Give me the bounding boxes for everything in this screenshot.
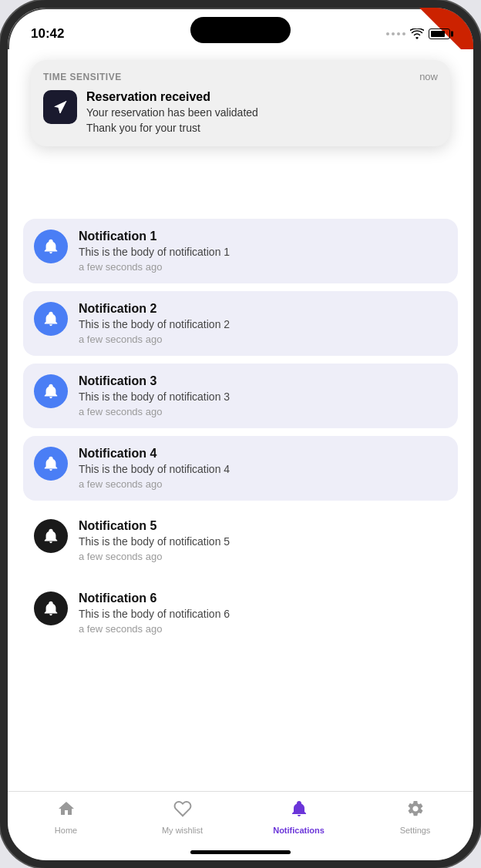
- notification-content: Notification 3 This is the body of notif…: [79, 374, 447, 417]
- notification-time: a few seconds ago: [79, 261, 447, 273]
- popup-header: TIME SENSITIVE now: [43, 71, 438, 82]
- home-icon: [57, 799, 76, 823]
- popup-body: Reservation received Your reservation ha…: [43, 90, 438, 136]
- popup-title: Reservation received: [86, 90, 258, 104]
- status-icons: [386, 28, 450, 39]
- notification-body: This is the body of notification 5: [79, 535, 447, 548]
- heart-icon: [173, 799, 192, 823]
- notification-content: Notification 6 This is the body of notif…: [79, 592, 447, 635]
- tab-home[interactable]: Home: [8, 799, 124, 835]
- notification-time: a few seconds ago: [79, 551, 447, 562]
- notification-title: Notification 4: [79, 447, 447, 461]
- notification-content: Notification 1 This is the body of notif…: [79, 230, 447, 273]
- notification-time: a few seconds ago: [79, 478, 447, 490]
- notification-icon: [34, 302, 68, 336]
- bell-icon: [290, 799, 308, 823]
- notification-body: This is the body of notification 2: [79, 318, 447, 330]
- wifi-icon: [410, 28, 424, 39]
- home-bar: [190, 850, 291, 854]
- notification-time: a few seconds ago: [79, 623, 447, 635]
- notification-body: This is the body of notification 4: [79, 463, 447, 475]
- dynamic-island: [190, 17, 291, 43]
- notification-time: a few seconds ago: [79, 406, 447, 417]
- signal-icon: [386, 32, 405, 35]
- notification-icon: [34, 447, 68, 481]
- notification-content: Notification 5 This is the body of notif…: [79, 519, 447, 562]
- list-item[interactable]: Notification 2 This is the body of notif…: [23, 291, 458, 356]
- tab-settings[interactable]: Settings: [357, 799, 473, 835]
- popup-app-icon: [43, 90, 77, 124]
- list-item[interactable]: Notification 1 This is the body of notif…: [23, 219, 458, 283]
- notification-icon: [34, 230, 68, 263]
- popup-time-sensitive-label: TIME SENSITIVE: [43, 72, 122, 82]
- list-item[interactable]: Notification 5 This is the body of notif…: [23, 508, 458, 573]
- tab-wishlist-label: My wishlist: [162, 826, 203, 835]
- tab-notifications-label: Notifications: [273, 826, 325, 835]
- main-content: Notification 1 This is the body of notif…: [8, 49, 473, 791]
- list-item[interactable]: Notification 3 This is the body of notif…: [23, 364, 458, 428]
- notification-popup[interactable]: TIME SENSITIVE now Reservation received …: [31, 60, 450, 146]
- tab-wishlist[interactable]: My wishlist: [124, 799, 240, 835]
- notification-title: Notification 1: [79, 230, 447, 243]
- notification-icon: [34, 519, 68, 553]
- popup-time: now: [419, 71, 438, 82]
- notification-body: This is the body of notification 3: [79, 390, 447, 403]
- notification-title: Notification 6: [79, 592, 447, 605]
- gear-icon: [406, 799, 425, 823]
- notification-body: This is the body of notification 6: [79, 608, 447, 620]
- notification-content: Notification 2 This is the body of notif…: [79, 302, 447, 345]
- notification-icon: [34, 592, 68, 625]
- notification-title: Notification 3: [79, 374, 447, 388]
- battery-icon: [429, 28, 450, 39]
- notification-time: a few seconds ago: [79, 333, 447, 345]
- list-item[interactable]: Notification 4 This is the body of notif…: [23, 436, 458, 501]
- tab-home-label: Home: [55, 826, 77, 835]
- notification-content: Notification 4 This is the body of notif…: [79, 447, 447, 490]
- tab-settings-label: Settings: [400, 826, 431, 835]
- notification-body: This is the body of notification 1: [79, 246, 447, 258]
- status-time: 10:42: [31, 26, 64, 42]
- list-item[interactable]: Notification 6 This is the body of notif…: [23, 581, 458, 645]
- notification-icon: [34, 374, 68, 408]
- notification-title: Notification 5: [79, 519, 447, 533]
- popup-message-line1: Your reservation has been validated Than…: [86, 106, 258, 136]
- phone-frame: DEBUG 10:42: [0, 0, 481, 868]
- notification-title: Notification 2: [79, 302, 447, 316]
- tab-notifications[interactable]: Notifications: [240, 799, 357, 835]
- popup-text: Reservation received Your reservation ha…: [86, 90, 258, 136]
